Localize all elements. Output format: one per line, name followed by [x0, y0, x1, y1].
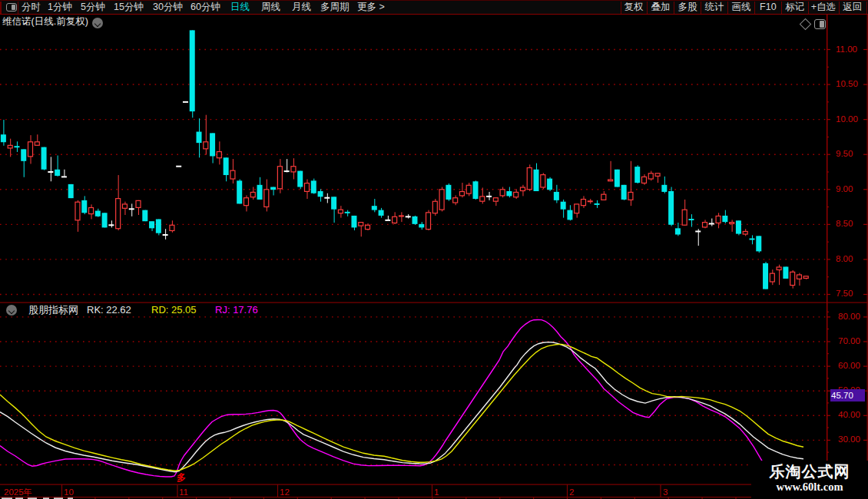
candle: [527, 164, 532, 191]
toolbar-separator: [808, 2, 809, 14]
price-axis-label: 8.50: [836, 220, 868, 228]
watermark-url: www.60lt.com: [751, 481, 868, 493]
date-axis-year: 2025年: [4, 488, 32, 497]
candle: [257, 177, 263, 200]
date-axis-month: 11: [179, 488, 188, 497]
period-tab-5[interactable]: 30分钟: [153, 1, 183, 14]
candle: [393, 212, 397, 223]
candle: [1, 120, 6, 146]
candle: [108, 220, 114, 227]
icon-fill: [12, 5, 15, 10]
candle-part: [21, 149, 26, 160]
candle: [379, 208, 384, 218]
candle-part: [722, 216, 727, 222]
candle: [803, 276, 808, 279]
candle: [136, 200, 141, 215]
candle-part: [790, 272, 795, 285]
candle-part: [142, 210, 147, 222]
indicator-rj-value: 17.76: [233, 304, 258, 316]
candle-part: [453, 198, 458, 203]
candle-part: [642, 177, 647, 183]
candle-part: [102, 213, 108, 227]
candle-part: [270, 187, 276, 190]
toolbar-button-画线[interactable]: 画线: [727, 1, 754, 14]
candle-part: [439, 190, 444, 210]
period-tab-6[interactable]: 60分钟: [190, 1, 220, 14]
toolbar-button-+自选[interactable]: +自选: [808, 1, 838, 14]
candle-part: [756, 236, 761, 251]
period-toolbar: 分时1分钟5分钟15分钟30分钟60分钟日线周线月线多周期更多 > 复权叠加多股…: [0, 0, 868, 14]
candle: [466, 183, 471, 196]
toolbar-separator: [727, 2, 728, 14]
candle: [426, 210, 431, 230]
toolbar-button-复权[interactable]: 复权: [621, 1, 648, 14]
candle-part: [237, 180, 242, 203]
period-tab-2[interactable]: 1分钟: [48, 1, 72, 14]
toolbar-button-返回[interactable]: 返回: [839, 1, 867, 14]
candle-part: [372, 206, 377, 210]
candle-part: [331, 197, 336, 209]
date-axis-month: 1: [434, 488, 439, 497]
candle-part: [311, 180, 316, 193]
candle: [628, 161, 633, 206]
candle: [324, 193, 330, 203]
candle: [642, 174, 647, 185]
period-tab-4[interactable]: 15分钟: [114, 1, 144, 14]
toolbar-button-统计[interactable]: 统计: [701, 1, 727, 14]
panel-layout-icon-right[interactable]: [814, 19, 826, 29]
candle: [163, 229, 168, 240]
indicator-rd-value: 25.05: [171, 304, 197, 316]
title-dropdown-icon[interactable]: [92, 18, 103, 28]
period-tab-9[interactable]: 月线: [292, 1, 311, 14]
period-tab-8[interactable]: 周线: [261, 1, 280, 14]
toolbar-button-叠加[interactable]: 叠加: [647, 1, 674, 14]
candle-part: [514, 192, 518, 197]
candle: [581, 196, 585, 207]
indicator-name[interactable]: 股朋指标网: [28, 304, 78, 316]
candle-part: [797, 275, 801, 279]
candle: [48, 157, 53, 181]
candle: [244, 195, 248, 211]
period-tab-7[interactable]: 日线: [230, 1, 250, 14]
indicator-line-RJ: [0, 320, 767, 478]
period-tab-3[interactable]: 5分钟: [81, 1, 105, 14]
candle-part: [8, 145, 12, 148]
indicator-collapse-icon[interactable]: [6, 305, 17, 316]
indicator-rk: RK: 22.62: [87, 304, 131, 316]
candle-part: [547, 179, 552, 190]
stock-title-text: 维信诺(日线.前复权): [2, 16, 88, 27]
candle-part: [305, 183, 310, 192]
candle: [359, 222, 363, 236]
candle-part: [500, 190, 505, 196]
candle-part: [668, 191, 674, 225]
candle: [21, 149, 26, 177]
candle: [250, 187, 255, 200]
candle-part: [291, 167, 296, 172]
candle: [95, 209, 101, 217]
candle: [35, 134, 39, 146]
layout-toggle-cell[interactable]: [0, 2, 18, 14]
candle: [406, 214, 411, 218]
period-tab-11[interactable]: 更多 >: [357, 1, 385, 14]
candle: [634, 165, 640, 183]
indicator-axis-label: 80.00: [838, 312, 868, 321]
indicator-line-RD: [0, 344, 803, 471]
date-axis-month: 3: [663, 488, 668, 497]
candle-part: [277, 167, 282, 189]
toolbar-button-标记[interactable]: 标记: [781, 1, 808, 14]
candle: [297, 171, 303, 190]
price-axis-label: 11.00: [836, 45, 868, 54]
candle: [224, 157, 229, 181]
candle: [28, 135, 33, 164]
candle-part: [783, 266, 788, 278]
period-tab-1[interactable]: 分时: [22, 1, 41, 14]
toolbar-button-多股[interactable]: 多股: [674, 1, 701, 14]
candle: [506, 187, 512, 198]
candle-part: [736, 220, 741, 233]
candle-part: [41, 147, 47, 170]
candle: [197, 118, 202, 157]
candle: [230, 159, 235, 183]
period-tab-10[interactable]: 多周期: [320, 1, 350, 14]
toolbar-button-F10[interactable]: F10: [754, 1, 781, 14]
candle: [399, 212, 404, 222]
